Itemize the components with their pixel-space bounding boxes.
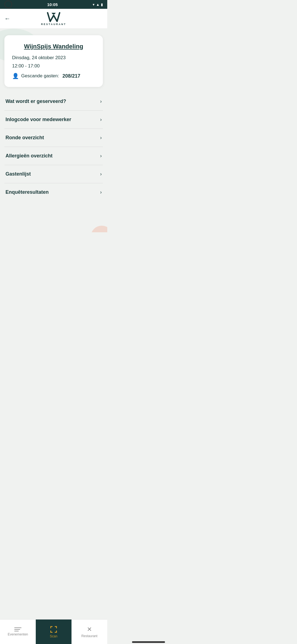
logo-text: RESTAURANT — [41, 23, 66, 26]
menu-list: Wat wordt er geserveerd? › Inlogcode voo… — [4, 92, 103, 201]
chevron-right-icon: › — [100, 117, 102, 122]
status-time: 10:05 — [47, 2, 57, 7]
menu-item-label: Enquêteresultaten — [6, 189, 49, 195]
menu-item-label: Allergieën overzicht — [6, 153, 53, 159]
battery-icon: ▮ — [101, 2, 103, 7]
menu-item-wat-wordt[interactable]: Wat wordt er geserveerd? › — [4, 92, 103, 111]
menu-item-allergieen[interactable]: Allergieën overzicht › — [4, 147, 103, 165]
menu-item-label: Ronde overzicht — [6, 135, 44, 141]
status-bar: 10:05 ▾ ▲ ▮ — [0, 0, 107, 9]
guests-label: Gescande gasten: — [21, 73, 59, 79]
event-time: 12:00 - 17:00 — [12, 63, 95, 69]
menu-item-ronde[interactable]: Ronde overzicht › — [4, 129, 103, 147]
back-arrow-icon: ← — [4, 15, 10, 22]
chevron-right-icon: › — [100, 153, 102, 159]
chevron-right-icon: › — [100, 99, 102, 104]
chevron-right-icon: › — [100, 171, 102, 177]
menu-item-gastenlijst[interactable]: Gastenlijst › — [4, 165, 103, 183]
logo-icon — [47, 12, 61, 22]
chevron-right-icon: › — [100, 135, 102, 141]
signal-icon: ▲ — [96, 2, 100, 7]
status-icons: ▾ ▲ ▮ — [93, 2, 103, 7]
logo: RESTAURANT — [41, 12, 66, 26]
menu-item-inlogcode[interactable]: Inlogcode voor medewerker › — [4, 111, 103, 129]
menu-item-label: Gastenlijst — [6, 171, 31, 177]
event-guests: 👤 Gescande gasten: 208/217 — [12, 73, 95, 79]
event-card: WijnSpijs Wandeling Dinsdag, 24 oktober … — [4, 35, 103, 87]
menu-item-enquete-partial[interactable]: Enquêteresultaten › — [4, 183, 103, 201]
menu-item-label: Inlogcode voor medewerker — [6, 117, 71, 122]
event-date: Dinsdag, 24 oktober 2023 — [12, 55, 95, 61]
guests-count: 208/217 — [62, 73, 80, 79]
chevron-right-icon: › — [100, 189, 102, 195]
back-button[interactable]: ← — [4, 15, 10, 22]
person-icon: 👤 — [12, 73, 19, 79]
menu-item-label: Wat wordt er geserveerd? — [6, 99, 66, 104]
wifi-icon: ▾ — [93, 2, 95, 7]
main-content: WijnSpijs Wandeling Dinsdag, 24 oktober … — [0, 29, 107, 229]
event-title: WijnSpijs Wandeling — [12, 43, 95, 50]
app-header: ← RESTAURANT — [0, 9, 107, 29]
camera-notch — [4, 1, 12, 8]
